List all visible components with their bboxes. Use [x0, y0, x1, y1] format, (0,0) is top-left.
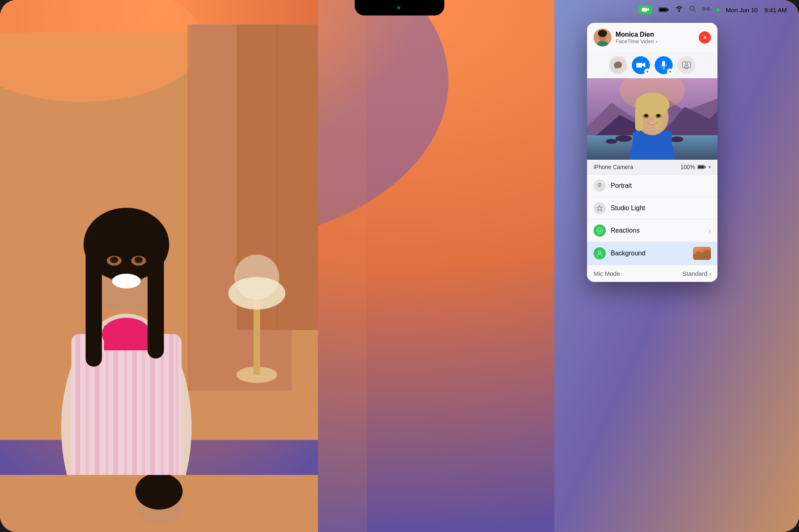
svg-rect-88	[698, 166, 704, 169]
svg-point-95	[598, 251, 601, 254]
mini-preview-area	[0, 475, 318, 532]
background-menu-item[interactable]: Background	[587, 242, 717, 265]
svg-point-14	[234, 255, 279, 299]
camera-battery-icon	[697, 165, 706, 169]
background-svg	[596, 250, 603, 257]
contact-avatar	[594, 29, 611, 46]
reactions-chevron	[709, 226, 711, 235]
mic-button-container: ▾	[655, 56, 673, 74]
svg-point-65	[685, 63, 688, 65]
mic-mode-label: Mic Mode	[594, 270, 620, 277]
camera-expand-chevron[interactable]: ▾	[708, 164, 711, 170]
background-label: Background	[611, 250, 688, 257]
svg-rect-87	[705, 166, 706, 168]
mic-mode-row[interactable]: Mic Mode Standard ›	[587, 265, 717, 282]
menu-items-list: ƒ Portrait Studio Light	[587, 175, 717, 265]
notch-bar	[0, 0, 799, 20]
subtitle-chevron: ›	[656, 38, 657, 44]
svg-rect-34	[148, 244, 164, 358]
avatar-svg	[594, 29, 611, 46]
camera-right-info: 100% ▾	[680, 164, 711, 170]
contact-subtitle: FaceTime Video ›	[616, 38, 699, 44]
thumbnail-svg	[693, 247, 711, 260]
mic-icon	[660, 61, 667, 70]
chat-button[interactable]	[609, 56, 627, 74]
svg-point-93	[598, 230, 599, 231]
mini-preview-svg	[0, 475, 318, 532]
svg-rect-80	[635, 107, 643, 131]
studio-light-menu-item[interactable]: Studio Light	[587, 197, 717, 220]
studio-light-svg	[596, 204, 603, 212]
svg-point-57	[598, 30, 607, 37]
contact-info: Monica Dien FaceTime Video ›	[616, 31, 699, 44]
svg-point-92	[597, 228, 603, 233]
reactions-label: Reactions	[611, 227, 704, 234]
svg-point-37	[110, 257, 118, 263]
camera-battery: 100%	[680, 164, 695, 170]
svg-point-72	[606, 139, 617, 144]
controls-row: ▾ ▾	[587, 52, 717, 78]
screen-share-icon	[682, 62, 691, 69]
reactions-svg	[596, 227, 603, 234]
portrait-icon: ƒ	[594, 180, 606, 192]
svg-rect-59	[662, 61, 665, 66]
svg-point-85	[656, 114, 660, 117]
svg-rect-30	[104, 326, 149, 350]
facetime-video-label: FaceTime Video	[616, 38, 654, 44]
video-scene	[587, 78, 717, 160]
contact-header: Monica Dien FaceTime Video › ×	[587, 23, 717, 52]
svg-marker-91	[597, 205, 603, 211]
svg-rect-33	[86, 244, 102, 367]
background-icon	[594, 247, 606, 259]
video-icon	[636, 62, 645, 68]
portrait-menu-item[interactable]: ƒ Portrait	[587, 175, 717, 197]
video-preview	[587, 78, 717, 160]
background-thumbnail	[693, 247, 711, 260]
facetime-panel: Monica Dien FaceTime Video › ×	[587, 23, 717, 282]
mic-mode-right: Standard ›	[682, 270, 711, 277]
video-button-container: ▾	[632, 56, 650, 74]
camera-indicator	[397, 6, 400, 9]
portrait-svg: ƒ	[596, 182, 603, 189]
reactions-icon	[594, 224, 606, 237]
mic-chevron[interactable]: ▾	[667, 68, 673, 75]
svg-text:ƒ: ƒ	[599, 183, 601, 187]
reactions-menu-item[interactable]: Reactions	[587, 220, 717, 242]
svg-point-38	[135, 257, 143, 263]
studio-light-icon	[594, 202, 606, 214]
contact-name: Monica Dien	[616, 31, 699, 38]
svg-point-84	[644, 114, 648, 117]
call-scene	[0, 0, 318, 532]
svg-rect-7	[188, 24, 190, 391]
close-button[interactable]: ×	[699, 31, 711, 44]
camera-source-label: iPhone Camera	[594, 164, 633, 170]
chat-icon	[614, 61, 622, 69]
macbook-frame: Mon Jun 10 9:41 AM Monica Dien	[0, 0, 799, 532]
mic-mode-chevron: ›	[709, 270, 711, 277]
main-call-area	[0, 0, 318, 532]
camera-bar: iPhone Camera 100% ▾	[587, 160, 717, 175]
screen-share-button[interactable]	[678, 56, 695, 74]
svg-rect-76	[633, 131, 672, 160]
camera-notch	[355, 0, 444, 15]
svg-point-94	[600, 230, 601, 231]
svg-point-71	[616, 135, 632, 142]
studio-light-label: Studio Light	[611, 204, 711, 212]
portrait-label: Portrait	[611, 182, 711, 189]
mic-mode-value: Standard	[682, 270, 707, 277]
svg-point-73	[670, 136, 683, 142]
video-chevron[interactable]: ▾	[644, 68, 651, 75]
